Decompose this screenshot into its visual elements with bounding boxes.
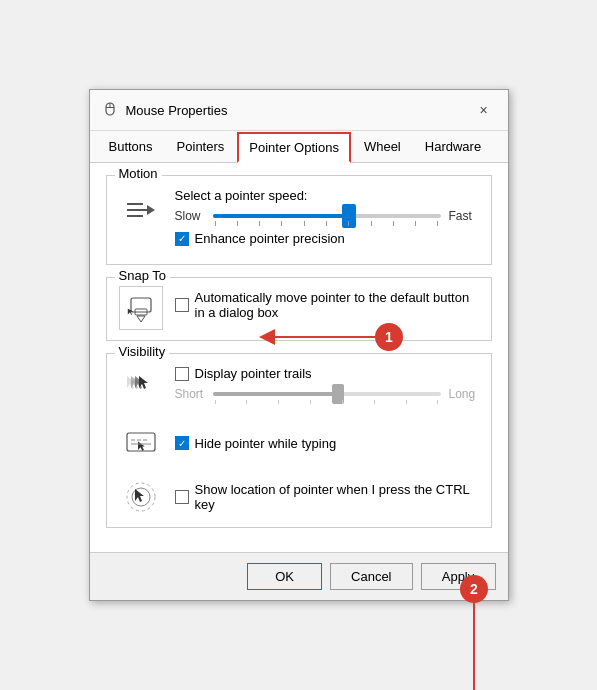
tick xyxy=(237,221,238,226)
fast-label: Fast xyxy=(449,209,479,223)
mouse-properties-dialog: Mouse Properties × Buttons Pointers Poin… xyxy=(89,89,509,601)
trails-slider-row: Short xyxy=(175,387,479,401)
tick xyxy=(326,221,327,226)
visibility-rows: Display pointer trails Short xyxy=(119,362,479,517)
tick xyxy=(342,400,343,404)
snap-to-label: Snap To xyxy=(115,268,170,283)
hide-typing-label: Hide pointer while typing xyxy=(195,436,337,451)
tick xyxy=(437,221,438,226)
tabs-bar: Buttons Pointers Pointer Options Wheel H… xyxy=(90,131,508,163)
tick xyxy=(246,400,247,404)
trails-icon-box xyxy=(119,364,163,408)
show-ctrl-label: Show location of pointer when I press th… xyxy=(195,482,479,512)
dialog-wrapper: Mouse Properties × Buttons Pointers Poin… xyxy=(89,89,509,601)
speed-label: Select a pointer speed: xyxy=(175,188,479,203)
auto-snap-checkbox[interactable] xyxy=(175,298,189,312)
motion-row: Select a pointer speed: Slow xyxy=(119,188,479,246)
dialog-content: Motion Select a xyxy=(90,163,508,552)
apply-button[interactable]: Apply xyxy=(421,563,496,590)
hide-typing-checkbox[interactable] xyxy=(175,436,189,450)
slider-ticks xyxy=(213,221,441,226)
hide-typing-row: Hide pointer while typing xyxy=(119,419,479,463)
short-label: Short xyxy=(175,387,205,401)
snap-to-section: Snap To Automat xyxy=(106,277,492,341)
mouse-icon xyxy=(102,102,118,118)
hide-typing-icon-box xyxy=(119,419,163,463)
snap-icon-box xyxy=(119,286,163,330)
long-label: Long xyxy=(449,387,479,401)
tick xyxy=(415,221,416,226)
trails-options: Display pointer trails Short xyxy=(175,362,479,409)
svg-rect-15 xyxy=(127,433,155,451)
speed-slider-track[interactable] xyxy=(213,214,441,218)
tick xyxy=(215,400,216,404)
hide-typing-icon xyxy=(121,421,161,461)
show-ctrl-icon-box xyxy=(119,473,163,517)
svg-point-21 xyxy=(127,483,155,511)
svg-marker-23 xyxy=(135,489,144,502)
auto-snap-label: Automatically move pointer to the defaul… xyxy=(195,290,479,320)
tab-buttons[interactable]: Buttons xyxy=(98,132,164,163)
tab-wheel[interactable]: Wheel xyxy=(353,132,412,163)
tick xyxy=(278,400,279,404)
show-ctrl-checkbox[interactable] xyxy=(175,490,189,504)
trails-slider[interactable] xyxy=(213,392,441,396)
enhance-checkbox-row: Enhance pointer precision xyxy=(175,231,479,246)
motion-icon xyxy=(121,190,161,230)
close-button[interactable]: × xyxy=(472,98,496,122)
svg-point-22 xyxy=(132,488,150,506)
tick xyxy=(406,400,407,404)
cancel-button[interactable]: Cancel xyxy=(330,563,412,590)
enhance-label: Enhance pointer precision xyxy=(195,231,345,246)
title-bar: Mouse Properties × xyxy=(90,90,508,131)
tick xyxy=(215,221,216,226)
trails-fill xyxy=(213,392,338,396)
motion-section-content: Select a pointer speed: Slow xyxy=(119,188,479,246)
tick xyxy=(348,221,349,226)
slow-label: Slow xyxy=(175,209,205,223)
trails-icon xyxy=(121,366,161,406)
footer-buttons: OK Cancel Apply xyxy=(90,552,508,600)
motion-icon-box xyxy=(119,188,163,232)
snap-icon xyxy=(125,292,157,324)
motion-section: Motion Select a xyxy=(106,175,492,265)
show-ctrl-icon xyxy=(121,475,161,515)
svg-marker-6 xyxy=(147,205,155,215)
trails-checkbox[interactable] xyxy=(175,367,189,381)
tab-hardware[interactable]: Hardware xyxy=(414,132,492,163)
ok-button[interactable]: OK xyxy=(247,563,322,590)
tick xyxy=(281,221,282,226)
trails-row: Display pointer trails Short xyxy=(119,362,479,409)
snap-options: Automatically move pointer to the defaul… xyxy=(175,286,479,320)
tick xyxy=(310,400,311,404)
enhance-checkbox[interactable] xyxy=(175,232,189,246)
slider-row: Slow xyxy=(175,209,479,223)
tab-pointers[interactable]: Pointers xyxy=(166,132,236,163)
show-ctrl-row: Show location of pointer when I press th… xyxy=(119,473,479,517)
motion-section-label: Motion xyxy=(115,166,162,181)
tick xyxy=(371,221,372,226)
visibility-label: Visibility xyxy=(115,344,170,359)
svg-marker-9 xyxy=(137,316,145,322)
tick xyxy=(374,400,375,404)
svg-marker-16 xyxy=(138,441,145,450)
visibility-section: Visibility xyxy=(106,353,492,528)
tick xyxy=(437,400,438,404)
svg-rect-7 xyxy=(131,298,151,312)
hide-typing-options: Hide pointer while typing xyxy=(175,432,479,451)
motion-options: Select a pointer speed: Slow xyxy=(175,188,479,246)
tick xyxy=(259,221,260,226)
trails-checkbox-row: Display pointer trails xyxy=(175,366,479,381)
title-bar-left: Mouse Properties xyxy=(102,102,228,118)
snap-to-row: Automatically move pointer to the defaul… xyxy=(119,286,479,330)
dialog-title: Mouse Properties xyxy=(126,103,228,118)
tab-pointer-options[interactable]: Pointer Options xyxy=(237,132,351,163)
tick xyxy=(393,221,394,226)
trails-ticks xyxy=(213,400,441,404)
tick xyxy=(304,221,305,226)
show-ctrl-options: Show location of pointer when I press th… xyxy=(175,478,479,512)
auto-snap-row: Automatically move pointer to the defaul… xyxy=(175,290,479,320)
hide-typing-checkbox-row: Hide pointer while typing xyxy=(175,436,479,451)
slider-fill xyxy=(213,214,350,218)
trails-label: Display pointer trails xyxy=(195,366,312,381)
